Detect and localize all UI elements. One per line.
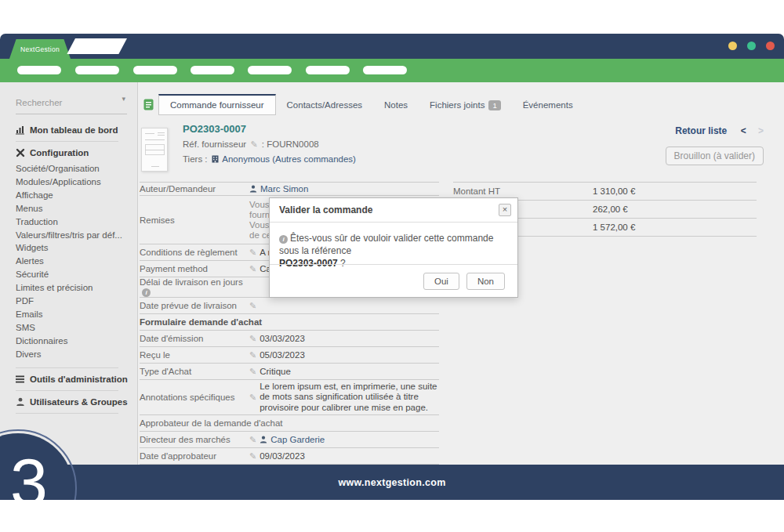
sidebar-item-utilisateurs[interactable]: Utilisateurs & Groupes <box>16 397 129 407</box>
pencil-icon[interactable]: ✎ <box>249 248 256 258</box>
table-row: Date d'approbateur ✎09/03/2023 <box>140 448 439 465</box>
sidebar-item-valeurs[interactable]: Valeurs/filtres/tris par déf... <box>16 229 129 242</box>
sidebar-item-widgets[interactable]: Widgets <box>16 241 129 255</box>
supplier-ref-label: Réf. fournisseur <box>183 139 246 149</box>
chevron-down-icon[interactable]: ▾ <box>122 95 125 103</box>
building-icon <box>212 155 219 163</box>
pencil-icon[interactable]: ✎ <box>249 451 256 461</box>
sidebar-item-societe[interactable]: Société/Organisation <box>16 162 129 176</box>
footer: www.nextgestion.com <box>0 465 784 500</box>
table-row: Date d'émission ✎03/03/2023 <box>140 331 439 347</box>
pencil-icon[interactable]: ✎ <box>249 350 256 360</box>
tab-contacts-adresses[interactable]: Contacts/Adresses <box>276 95 374 115</box>
dialog-footer: Oui Non <box>270 264 517 297</box>
divider <box>16 390 118 391</box>
sidebar-item-label: Outils d'administration <box>30 375 128 384</box>
attachment-count-badge: 1 <box>488 100 500 110</box>
pencil-icon[interactable]: ✎ <box>249 367 256 377</box>
sidebar-item-menus[interactable]: Menus <box>16 202 129 215</box>
bar-chart-icon <box>16 125 25 135</box>
dot-red-icon[interactable] <box>766 42 775 50</box>
sidebar-item-outils-admin[interactable]: Outils d'administration <box>16 375 129 384</box>
menu-pill-6[interactable] <box>306 66 350 74</box>
list-icon <box>16 375 25 384</box>
thirdparty-label: Tiers : <box>183 154 208 164</box>
supplier-ref-line: Réf. fournisseur ✎ : FOURN0008 <box>183 139 356 150</box>
tools-icon <box>16 148 25 157</box>
back-row: Retour liste < > <box>666 125 764 136</box>
pencil-icon[interactable]: ✎ <box>249 334 256 344</box>
back-to-list-link[interactable]: Retour liste <box>675 125 727 136</box>
info-icon[interactable]: i <box>142 288 151 297</box>
sidebar-item-dashboard[interactable]: Mon tableau de bord <box>16 125 129 135</box>
document-thumbnail[interactable] <box>141 128 168 172</box>
sidebar-item-limites[interactable]: Limites et précision <box>16 281 129 295</box>
table-row: Type d'Achat ✎Critique <box>140 364 439 380</box>
sidebar-item-affichage[interactable]: Affichage <box>16 189 129 202</box>
dialog-message-text: Êtes-vous sûr de vouloir valider cette c… <box>279 233 493 256</box>
app-window: NextGestion ▾ <box>0 34 784 500</box>
menu-pill-4[interactable] <box>191 66 234 74</box>
field-value: Critique <box>260 367 291 376</box>
prev-record-arrow[interactable]: < <box>741 125 746 136</box>
tab-notes[interactable]: Notes <box>373 95 419 115</box>
sidebar-item-divers[interactable]: Divers <box>16 348 129 361</box>
sidebar-item-securite[interactable]: Sécurité <box>16 268 129 281</box>
dot-green-icon[interactable] <box>747 42 756 50</box>
logo-slab-shape <box>67 38 127 54</box>
sidebar-item-pdf[interactable]: PDF <box>16 295 129 308</box>
thirdparty-line: Tiers : Anonymous (Autres commandes) <box>183 154 356 164</box>
sidebar-item-configuration[interactable]: Configuration <box>16 148 129 157</box>
approver-link[interactable]: Cap Garderie <box>270 435 325 444</box>
tab-fichiers-joints[interactable]: Fichiers joints1 <box>419 95 512 115</box>
yes-button[interactable]: Oui <box>423 273 459 290</box>
dot-yellow-icon[interactable] <box>728 42 737 50</box>
separator: : <box>262 139 264 149</box>
pencil-icon[interactable]: ✎ <box>249 301 256 311</box>
menu-pill-2[interactable] <box>75 66 119 74</box>
field-label: Directeur des marchés <box>140 435 249 444</box>
tab-evenements[interactable]: Événements <box>512 95 584 115</box>
tab-label: Fichiers joints <box>430 100 485 110</box>
menu-pill-7[interactable] <box>363 66 407 74</box>
user-icon <box>249 185 257 193</box>
no-button[interactable]: Non <box>466 273 505 290</box>
amount-value: 1 310,00 € <box>593 186 635 196</box>
main-menu-bar <box>0 59 784 82</box>
thirdparty-link[interactable]: Anonymous (Autres commandes) <box>222 154 356 164</box>
sidebar-item-traduction[interactable]: Traduction <box>16 215 129 229</box>
sidebar-item-emails[interactable]: Emails <box>16 308 129 321</box>
sidebar-item-dictionnaires[interactable]: Dictionnaires <box>16 335 129 348</box>
field-value: 09/03/2023 <box>260 451 305 461</box>
divider <box>16 413 118 414</box>
tab-bar: Commande fournisseur Contacts/Adresses N… <box>143 93 584 115</box>
pencil-icon[interactable]: ✎ <box>249 435 256 445</box>
menu-pill-3[interactable] <box>133 66 177 74</box>
pencil-icon[interactable]: ✎ <box>249 393 256 403</box>
field-value: 03/03/2023 <box>260 334 305 343</box>
amount-label: Montant HT <box>453 186 593 196</box>
sidebar-item-alertes[interactable]: Alertes <box>16 255 129 268</box>
info-icon: i <box>279 235 288 244</box>
table-row: Approbateur de la demande d'achat <box>140 415 439 432</box>
search-input[interactable] <box>16 98 110 107</box>
menu-pill-5[interactable] <box>248 66 292 74</box>
close-icon[interactable]: × <box>499 204 511 216</box>
dialog-message: iÊtes-vous sûr de vouloir valider cette … <box>270 223 517 270</box>
sidebar-item-modules[interactable]: Modules/Applications <box>16 176 129 189</box>
section-title: Formulaire demande d'achat <box>140 317 262 327</box>
field-label: Conditions de règlement <box>140 248 249 257</box>
author-link[interactable]: Marc Simon <box>260 184 308 194</box>
field-label: Date prévue de livraison <box>140 301 249 310</box>
divider <box>16 141 118 142</box>
amount-value: 1 572,00 € <box>593 223 635 232</box>
pencil-icon[interactable]: ✎ <box>249 264 256 274</box>
tab-commande-fournisseur[interactable]: Commande fournisseur <box>158 94 276 115</box>
divider <box>16 367 118 368</box>
order-banner: PO2303-0007 Réf. fournisseur ✎ : FOURN00… <box>183 123 356 164</box>
order-ref: PO2303-0007 <box>183 123 356 135</box>
pencil-icon[interactable]: ✎ <box>250 139 257 149</box>
status-badge[interactable]: Brouillon (à valider) <box>666 147 764 165</box>
sidebar-item-sms[interactable]: SMS <box>16 321 129 335</box>
menu-pill-1[interactable] <box>17 66 61 74</box>
